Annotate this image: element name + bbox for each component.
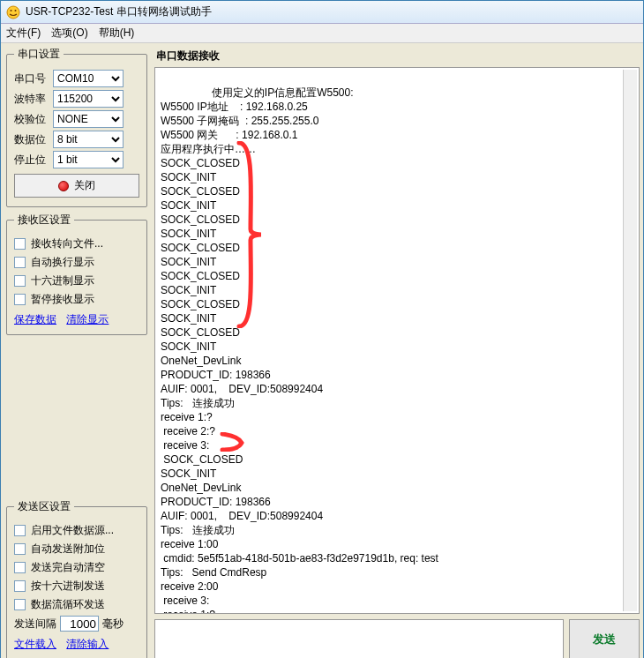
stop-select[interactable]: 1 bit	[53, 151, 124, 168]
menu-file[interactable]: 文件(F)	[6, 26, 41, 41]
send-settings: 发送区设置 启用文件数据源... 自动发送附加位 发送完自动清空 按十六进制发送…	[6, 499, 147, 658]
port-select[interactable]: COM10	[53, 70, 124, 87]
main-window: USR-TCP232-Test 串口转网络调试助手 文件(F) 选项(O) 帮助…	[0, 0, 644, 658]
send-legend: 发送区设置	[14, 499, 74, 514]
send-auto-append[interactable]: 自动发送附加位	[31, 542, 105, 557]
send-clear-after[interactable]: 发送完自动清空	[31, 560, 105, 575]
recv-pause[interactable]: 暂停接收显示	[31, 292, 94, 307]
send-loop[interactable]: 数据流循环发送	[31, 597, 105, 612]
checkbox[interactable]	[14, 275, 26, 287]
baud-select[interactable]: 115200	[53, 90, 124, 108]
interval-input[interactable]	[60, 616, 99, 632]
send-from-file[interactable]: 启用文件数据源...	[31, 523, 114, 538]
recv-hex[interactable]: 十六进制显示	[31, 273, 94, 288]
recv-panel-title: 串口数据接收	[156, 49, 640, 64]
save-data-link[interactable]: 保存数据	[14, 313, 56, 325]
checkbox[interactable]	[14, 580, 26, 592]
checkbox[interactable]	[14, 525, 26, 536]
serial-settings: 串口设置 串口号 COM10 波特率 115200 校验位 NONE 数据位 8…	[6, 47, 147, 207]
recv-legend: 接收区设置	[14, 213, 74, 228]
interval-unit: 毫秒	[102, 617, 124, 632]
load-file-link[interactable]: 文件载入	[14, 638, 56, 650]
serial-legend: 串口设置	[14, 47, 64, 62]
svg-point-2	[15, 10, 17, 11]
recv-settings: 接收区设置 接收转向文件... 自动换行显示 十六进制显示 暂停接收显示 保存数…	[6, 213, 147, 335]
close-button-label: 关闭	[74, 178, 95, 193]
recv-content: 使用定义的IP信息配置W5500: W5500 IP地址 : 192.168.0…	[161, 86, 438, 614]
left-panel: 串口设置 串口号 COM10 波特率 115200 校验位 NONE 数据位 8…	[4, 47, 149, 658]
titlebar[interactable]: USR-TCP232-Test 串口转网络调试助手	[1, 1, 643, 24]
baud-label: 波特率	[14, 92, 49, 107]
parity-label: 校验位	[14, 112, 49, 127]
checkbox[interactable]	[14, 543, 26, 555]
checkbox[interactable]	[14, 238, 26, 250]
parity-select[interactable]: NONE	[53, 110, 124, 128]
close-button[interactable]: 关闭	[14, 174, 139, 198]
menu-options[interactable]: 选项(O)	[51, 26, 87, 41]
checkbox[interactable]	[14, 294, 26, 305]
checkbox[interactable]	[14, 599, 26, 610]
menu-help[interactable]: 帮助(H)	[99, 26, 135, 41]
data-label: 数据位	[14, 132, 49, 147]
send-button[interactable]: 发送	[569, 619, 640, 658]
svg-point-1	[11, 10, 12, 11]
right-panel: 串口数据接收 使用定义的IP信息配置W5500: W5500 IP地址 : 19…	[154, 47, 640, 658]
recv-textarea[interactable]: 使用定义的IP信息配置W5500: W5500 IP地址 : 192.168.0…	[154, 67, 640, 614]
send-area: 发送	[154, 619, 640, 658]
send-input[interactable]	[154, 619, 564, 658]
menubar: 文件(F) 选项(O) 帮助(H)	[1, 24, 643, 43]
content-area: 串口设置 串口号 COM10 波特率 115200 校验位 NONE 数据位 8…	[1, 43, 643, 658]
window-title: USR-TCP232-Test 串口转网络调试助手	[26, 4, 212, 19]
interval-label: 发送间隔	[14, 617, 56, 632]
clear-display-link[interactable]: 清除显示	[66, 313, 109, 325]
recv-autowrap[interactable]: 自动换行显示	[31, 255, 94, 270]
checkbox[interactable]	[14, 562, 26, 573]
stop-label: 停止位	[14, 153, 49, 168]
send-hex[interactable]: 按十六进制发送	[31, 579, 105, 594]
svg-point-0	[7, 6, 19, 19]
recv-to-file[interactable]: 接收转向文件...	[31, 236, 103, 251]
data-select[interactable]: 8 bit	[53, 131, 124, 148]
port-label: 串口号	[14, 71, 49, 86]
clear-input-link[interactable]: 清除输入	[66, 638, 109, 650]
app-icon	[6, 5, 20, 19]
record-icon	[58, 181, 69, 191]
scrollbar[interactable]	[623, 70, 637, 611]
checkbox[interactable]	[14, 257, 26, 268]
